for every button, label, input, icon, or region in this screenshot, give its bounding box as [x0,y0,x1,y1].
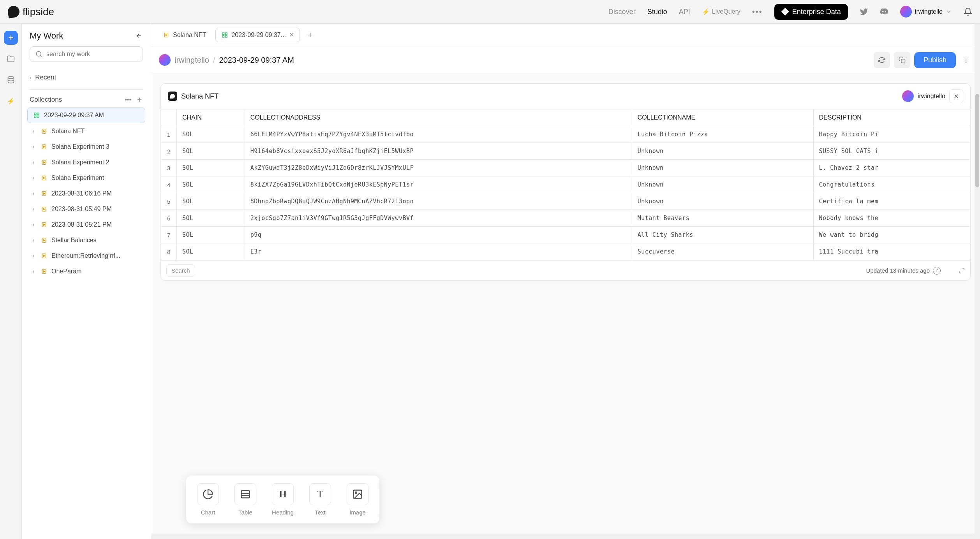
expand-icon[interactable] [959,268,965,274]
query-icon [41,237,48,244]
chevron-right-icon: › [30,75,31,81]
recent-toggle[interactable]: › Recent [30,71,143,84]
svg-point-2 [8,77,14,79]
nav-discover[interactable]: Discover [608,8,636,16]
tab[interactable]: Solana NFT [157,28,212,42]
sidebar-item[interactable]: ›2023-08-31 05:21 PM [27,217,145,232]
svg-rect-35 [226,33,227,35]
folder-button[interactable] [4,52,18,66]
chevron-right-icon: › [33,144,37,150]
sidebar-item[interactable]: ›Solana Experiment 3 [27,139,145,154]
discord-icon[interactable] [880,7,888,16]
page-menu-icon[interactable]: ⋮ [960,56,972,64]
breadcrumb-title: 2023-09-29 09:37 AM [219,56,294,65]
collapse-sidebar-icon[interactable] [135,32,143,40]
refresh-button[interactable] [874,52,890,68]
nav-api[interactable]: API [679,8,690,16]
heading-icon: H [272,483,294,505]
svg-line-5 [40,55,41,56]
new-button[interactable] [4,31,18,45]
sidebar: My Work › Recent Collections ••• [22,24,151,539]
bell-icon[interactable] [964,7,972,16]
svg-marker-17 [44,162,45,163]
sidebar-item[interactable]: ›OneParam [27,264,145,279]
copy-button[interactable] [894,52,910,68]
panel-user-text: irwingtello [918,93,945,100]
table-row[interactable]: 7SOLp9qAll City SharksWe want to bridg [161,227,970,243]
table-row[interactable]: 2SOLH9164eb8VcsixxoexS5J2yoXR6aJfbqhKZji… [161,143,970,160]
sidebar-item[interactable]: ›Solana Experiment [27,171,145,185]
collections-add-icon[interactable] [136,96,143,103]
chevron-right-icon: › [33,160,37,165]
nav-livequery[interactable]: ⚡ LiveQuery [702,8,740,16]
breadcrumb-avatar-icon [159,54,171,66]
logo-mark-icon [7,5,21,19]
insert-table-button[interactable]: Table [234,483,256,516]
livequery-rail-button[interactable]: ⚡ [4,94,18,108]
svg-rect-41 [241,491,250,498]
data-panel: Solana NFT irwingtello CHAINCOLLECTIONAD… [160,83,971,281]
insert-image-button[interactable]: Image [347,483,368,516]
table-row[interactable]: 4SOL8kiZX7ZpGa19GLVDxhTibQtCxoNjeRU3kESp… [161,176,970,193]
publish-button[interactable]: Publish [914,52,956,68]
svg-rect-10 [37,116,39,118]
brand-text: flipside [23,6,54,18]
sidebar-item[interactable]: ›Stellar Balances [27,233,145,248]
svg-marker-25 [44,224,45,225]
column-header[interactable]: DESCRIPTION [813,109,970,126]
twitter-icon[interactable] [860,7,868,16]
insert-heading-button[interactable]: H Heading [272,483,294,516]
search-box[interactable] [30,46,143,62]
panel-logo-icon [168,92,177,101]
collections-more-icon[interactable]: ••• [125,96,131,103]
sidebar-item[interactable]: ›Solana NFT [27,124,145,139]
table-row[interactable]: 6SOL2xjocSgo7Z7an1iV3Vf9GTwg1R5G3gJgFFgD… [161,210,970,227]
query-icon [163,32,170,39]
table-row[interactable]: 1SOL66LELM4PYzVwYP8attsEq7PZYgv4NEX3uMT5… [161,126,970,143]
user-menu[interactable]: irwingtello [900,6,952,18]
column-header[interactable]: CHAIN [177,109,245,126]
database-button[interactable] [4,73,18,87]
table-row[interactable]: 8SOLE3rSuccuverse1111 Succubi tra [161,243,970,260]
breadcrumb: irwingtello / 2023-09-29 09:37 AM [159,54,294,66]
table-row[interactable]: 5SOL8DhnpZboRwqDQ8uQJW9CnzAHgNh9MCnAZVhc… [161,193,970,210]
nav-studio[interactable]: Studio [647,8,667,16]
tab[interactable]: 2023-09-29 09:37...✕ [215,28,300,42]
updated-text: Updated 13 minutes ago [866,267,930,274]
sidebar-item[interactable]: ›2023-08-31 05:49 PM [27,202,145,217]
insert-chart-button[interactable]: Chart [197,483,219,516]
query-icon [41,221,48,228]
panel-close-button[interactable] [949,89,963,103]
enterprise-button[interactable]: Enterprise Data [774,4,848,20]
svg-marker-13 [44,130,45,132]
nav-more-icon[interactable]: ••• [752,7,763,16]
column-header[interactable]: COLLECTIONADDRESS [245,109,632,126]
chevron-right-icon: › [33,129,37,134]
sidebar-item[interactable]: ›Solana Experiment 2 [27,155,145,170]
query-icon [41,174,48,181]
query-icon [41,128,48,135]
add-tab-button[interactable]: + [304,30,317,40]
column-header[interactable]: COLLECTIONNAME [632,109,813,126]
svg-marker-27 [44,240,45,241]
svg-rect-34 [222,33,224,35]
horizontal-scrollbar[interactable] [151,534,975,539]
divider [30,89,143,90]
logo[interactable]: flipside [8,6,54,18]
app-header: flipside Discover Studio API ⚡ LiveQuery… [0,0,980,24]
table-row[interactable]: 3SOLAkZYGuwdT3j2Z8eDxWiyViJ1Zo6Dr8zrKLJV… [161,160,970,176]
query-icon [41,159,48,166]
breadcrumb-user[interactable]: irwingtello [174,56,209,65]
chevron-right-icon: › [33,191,37,196]
vertical-scrollbar[interactable] [975,24,980,539]
sidebar-item[interactable]: ›Ethereum:Retrieving nf... [27,248,145,263]
panel-title-text: Solana NFT [181,92,219,100]
tab-close-icon[interactable]: ✕ [289,31,294,39]
search-input[interactable] [46,51,137,58]
sidebar-item[interactable]: ›2023-08-31 06:16 PM [27,186,145,201]
svg-rect-9 [37,113,39,115]
table-search[interactable]: Search [166,264,195,277]
sidebar-item[interactable]: 2023-09-29 09:37 AM [27,107,145,123]
insert-text-button[interactable]: T Text [309,483,331,516]
svg-rect-11 [34,116,36,118]
